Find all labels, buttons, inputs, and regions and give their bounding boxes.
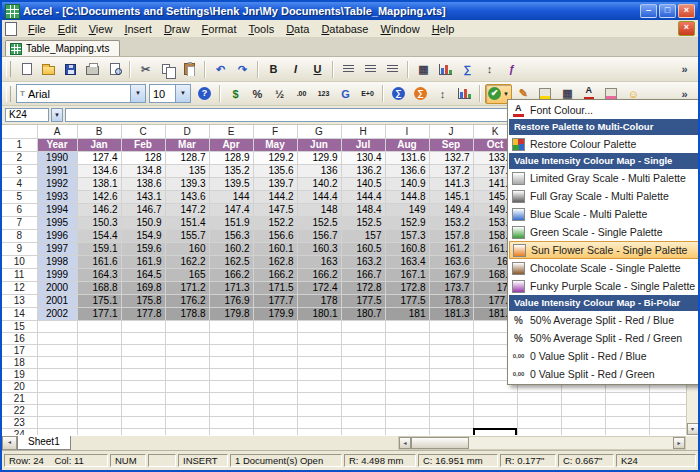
bold-button[interactable]: B [263, 59, 284, 79]
grid-cell[interactable]: 1997 [37, 242, 77, 255]
menu-data[interactable]: Data [280, 22, 315, 36]
column-header[interactable]: H [341, 125, 385, 138]
grid-cell[interactable] [253, 428, 297, 435]
row-header[interactable]: 19 [2, 368, 37, 380]
grid-cell[interactable]: 163.4 [385, 255, 429, 268]
grid-cell[interactable] [77, 332, 121, 344]
grid-cell[interactable]: 163 [297, 255, 341, 268]
row-header[interactable]: 17 [2, 344, 37, 356]
grid-cell[interactable] [253, 416, 297, 428]
row-header[interactable]: 6 [2, 203, 37, 216]
menu-item-restore-colour-palette[interactable]: Restore Colour Palette [509, 135, 699, 153]
help-button[interactable]: ? [194, 84, 215, 104]
grid-cell[interactable]: 171.3 [209, 281, 253, 294]
grid-cell[interactable] [429, 380, 473, 392]
grid-cell[interactable] [209, 428, 253, 435]
grid-cell[interactable]: 1990 [37, 151, 77, 164]
grid-cell[interactable]: 172.4 [297, 281, 341, 294]
grid-cell[interactable]: 157 [341, 229, 385, 242]
grid-cell[interactable] [37, 428, 77, 435]
grid-cell[interactable]: 129.2 [253, 151, 297, 164]
grid-cell[interactable]: 132.7 [429, 151, 473, 164]
grid-cell[interactable] [385, 320, 429, 332]
grid-cell[interactable] [165, 380, 209, 392]
grid-cell[interactable]: 172.8 [341, 281, 385, 294]
sort-button[interactable]: ↕ [479, 59, 500, 79]
grid-cell[interactable] [37, 344, 77, 356]
grid-cell[interactable]: 147.2 [165, 203, 209, 216]
align-right-button[interactable] [382, 59, 403, 79]
grid-cell[interactable] [121, 332, 165, 344]
grid-cell[interactable]: 143.1 [121, 190, 165, 203]
grid-cell[interactable]: 165 [165, 268, 209, 281]
grid-cell[interactable] [165, 356, 209, 368]
grid-cell[interactable]: 128 [121, 151, 165, 164]
grid-cell[interactable] [297, 404, 341, 416]
undo-button[interactable]: ↶ [210, 59, 231, 79]
grid-cell[interactable]: 144.2 [253, 190, 297, 203]
row-header[interactable]: 10 [2, 255, 37, 268]
horizontal-scroll-thumb[interactable] [411, 437, 469, 449]
general-format-button[interactable]: G [335, 84, 356, 104]
grid-cell[interactable] [517, 392, 561, 404]
grid-cell[interactable] [209, 344, 253, 356]
grid-cell[interactable]: 1993 [37, 190, 77, 203]
grid-cell[interactable]: Mar [165, 138, 209, 151]
grid-cell[interactable]: 176.2 [165, 294, 209, 307]
grid-cell[interactable]: 152.9 [385, 216, 429, 229]
menu-item-sun-flower-scale-single-palette[interactable]: Sun Flower Scale - Single Palette [509, 241, 699, 259]
grid-cell[interactable] [385, 392, 429, 404]
grid-cell[interactable] [649, 416, 686, 428]
grid-cell[interactable] [165, 332, 209, 344]
grid-cell[interactable]: 177.5 [385, 294, 429, 307]
row-header[interactable]: 22 [2, 404, 37, 416]
grid-cell[interactable]: 178.3 [429, 294, 473, 307]
grid-cell[interactable]: 157.3 [385, 229, 429, 242]
grid-cell[interactable]: 2001 [37, 294, 77, 307]
grid-cell[interactable]: 1995 [37, 216, 77, 229]
grid-cell[interactable]: 128.7 [165, 151, 209, 164]
new-button[interactable] [16, 59, 37, 79]
grid-cell[interactable]: 139.3 [165, 177, 209, 190]
grid-cell[interactable] [209, 356, 253, 368]
print-button[interactable] [82, 59, 103, 79]
grid-cell[interactable]: 131.6 [385, 151, 429, 164]
grid-cell[interactable] [429, 368, 473, 380]
grid-cell[interactable]: 151.9 [209, 216, 253, 229]
grid-cell[interactable] [341, 380, 385, 392]
grid-cell[interactable]: 156.3 [209, 229, 253, 242]
grid-cell[interactable] [341, 332, 385, 344]
sum-selection-button[interactable]: ∑ [410, 84, 431, 104]
grid-cell[interactable]: 129.9 [297, 151, 341, 164]
grid-cell[interactable]: 179.9 [253, 307, 297, 320]
grid-cell[interactable]: 171.5 [253, 281, 297, 294]
grid-cell[interactable]: 179.8 [209, 307, 253, 320]
grid-cell[interactable] [77, 392, 121, 404]
column-header[interactable]: J [429, 125, 473, 138]
grid-cell[interactable] [605, 428, 649, 435]
maximize-button[interactable]: □ [659, 4, 676, 18]
grid-cell[interactable] [385, 356, 429, 368]
grid-cell[interactable] [121, 416, 165, 428]
menu-item-limited-gray-scale-multi-palette[interactable]: Limited Gray Scale - Multi Palette [509, 169, 699, 187]
grid-cell[interactable]: Feb [121, 138, 165, 151]
grid-cell[interactable] [37, 392, 77, 404]
title-bar[interactable]: Accel - [C:\Documents and Settings\Henk … [2, 2, 698, 20]
grid-cell[interactable] [517, 404, 561, 416]
grid-cell[interactable] [297, 356, 341, 368]
grid-cell[interactable] [385, 380, 429, 392]
grid-cell[interactable]: 177.5 [341, 294, 385, 307]
menu-item-0-value-split-red-blue[interactable]: 0 Value Split - Red / Blue [509, 347, 699, 365]
grid-cell[interactable]: 160 [165, 242, 209, 255]
row-header[interactable]: 11 [2, 268, 37, 281]
grid-cell[interactable] [297, 380, 341, 392]
grid-cell[interactable] [385, 428, 429, 435]
grid-cell[interactable]: Year [37, 138, 77, 151]
grid-cell[interactable]: 175.1 [77, 294, 121, 307]
grid-cell[interactable] [561, 428, 605, 435]
function-button[interactable]: ƒ [501, 59, 522, 79]
dropdown-arrow-icon[interactable]: ▼ [130, 85, 145, 102]
grid-cell[interactable]: 2002 [37, 307, 77, 320]
grid-cell[interactable] [297, 392, 341, 404]
grid-cell[interactable]: 162.2 [165, 255, 209, 268]
